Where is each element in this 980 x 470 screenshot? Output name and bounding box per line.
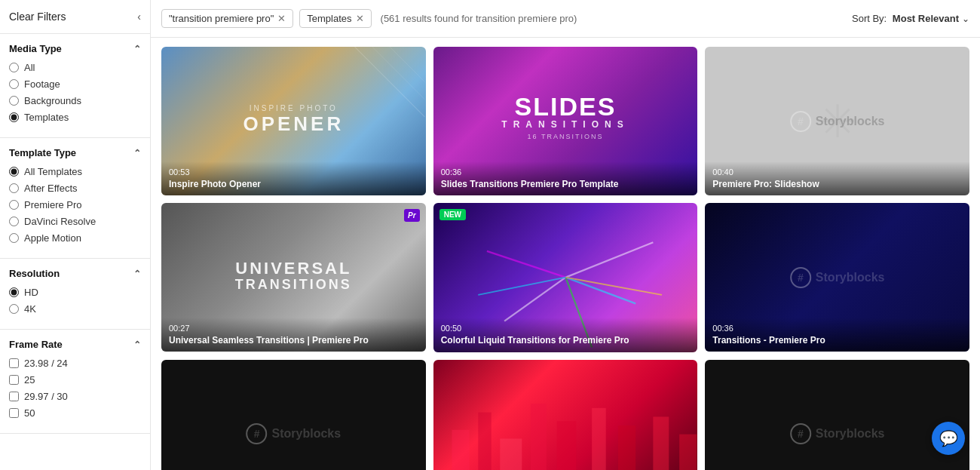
sidebar: Clear Filters ‹ Media Type ⌃ All Footage… [0, 0, 151, 470]
svg-rect-16 [618, 425, 635, 470]
sb-text: Storyblocks [272, 427, 341, 441]
media-type-label: Media Type [9, 43, 62, 54]
chat-icon: 💬 [939, 429, 958, 447]
sort-by-value: Most Relevant [890, 13, 959, 24]
template-type-all[interactable]: All Templates [9, 166, 141, 177]
filter-tag-templates-remove[interactable]: ✕ [356, 13, 364, 24]
card-title: Universal Seamless Transitions | Premier… [169, 335, 418, 347]
svg-rect-15 [592, 407, 606, 470]
template-type-premiere-pro[interactable]: Premiere Pro [9, 199, 141, 210]
svg-line-3 [565, 242, 653, 277]
svg-rect-10 [452, 429, 469, 470]
filter-tag-query[interactable]: "transition premiere pro" ✕ [161, 9, 293, 28]
card-duration: 00:40 [712, 167, 962, 177]
frame-rate-50[interactable]: 50 [9, 407, 141, 419]
template-type-section: Template Type ⌃ All Templates After Effe… [0, 138, 150, 259]
card-duration: 00:50 [441, 324, 691, 333]
main-content: "transition premiere pro" ✕ Templates ✕ … [151, 0, 980, 470]
sb-text: Storyblocks [816, 115, 885, 128]
card-duration: 00:36 [712, 324, 962, 333]
storyblocks-logo: # Storyblocks [790, 267, 885, 288]
card-duration: 00:27 [169, 324, 418, 333]
resolution-label: Resolution [9, 268, 60, 279]
svg-line-4 [565, 278, 635, 304]
card-city-neon[interactable] [433, 360, 698, 471]
sb-icon: # [790, 423, 811, 444]
resolution-4k[interactable]: 4K [9, 303, 141, 315]
resolution-hd[interactable]: HD [9, 287, 141, 298]
card-universal-transitions[interactable]: Pr UNIVERSAL TRANSITIONS 00:27 Universal… [161, 203, 426, 352]
card-title: Transitions - Premiere Pro [712, 335, 962, 347]
card-duration: 00:36 [441, 167, 691, 177]
template-type-davinci[interactable]: DaVinci Resolve [9, 216, 141, 227]
card-title: Premiere Pro: Slideshow [712, 179, 962, 191]
frame-rate-chevron: ⌃ [133, 339, 141, 350]
card-overlay: 00:53 Inspire Photo Opener [161, 161, 426, 196]
storyblocks-logo: # Storyblocks [247, 423, 341, 444]
card-placeholder-1[interactable]: # Storyblocks [161, 360, 426, 471]
media-type-templates[interactable]: Templates [9, 112, 141, 123]
results-grid-container: INSPIRE PHOTO OPENER 00:53 Inspire Photo… [151, 38, 980, 470]
svg-line-0 [355, 47, 425, 117]
svg-line-2 [390, 47, 424, 81]
city-decoration [433, 360, 698, 471]
resolution-chevron: ⌃ [133, 269, 141, 279]
sb-text: Storyblocks [816, 427, 885, 441]
svg-rect-13 [531, 404, 547, 470]
media-type-all[interactable]: All [9, 62, 141, 73]
frame-rate-29[interactable]: 29.97 / 30 [9, 391, 141, 402]
card-overlay: 00:27 Universal Seamless Transitions | P… [161, 318, 426, 352]
card-overlay: 00:36 Slides Transitions Premiere Pro Te… [433, 161, 698, 196]
filter-tag-templates[interactable]: Templates ✕ [299, 9, 371, 28]
frame-rate-header[interactable]: Frame Rate ⌃ [9, 339, 141, 350]
svg-line-1 [372, 47, 425, 100]
results-text: (561 results found for transition premie… [381, 13, 846, 24]
media-type-backgrounds[interactable]: Backgrounds [9, 95, 141, 106]
card-overlay: 00:36 Transitions - Premiere Pro [705, 318, 969, 352]
media-type-header[interactable]: Media Type ⌃ [9, 43, 141, 54]
card-title: Inspire Photo Opener [169, 179, 418, 191]
filter-tag-query-text: "transition premiere pro" [169, 13, 274, 24]
card-transitions-pp[interactable]: # Storyblocks 00:36 Transitions - Premie… [705, 203, 969, 352]
resolution-section: Resolution ⌃ HD 4K [0, 259, 150, 330]
media-type-footage[interactable]: Footage [9, 78, 141, 90]
frame-rate-section: Frame Rate ⌃ 23.98 / 24 25 29.97 / 30 50 [0, 330, 150, 434]
sort-by-control[interactable]: Sort By: Most Relevant ⌄ [852, 13, 969, 24]
results-grid: INSPIRE PHOTO OPENER 00:53 Inspire Photo… [161, 47, 969, 470]
universal-text: UNIVERSAL TRANSITIONS [235, 260, 352, 293]
header-bar: "transition premiere pro" ✕ Templates ✕ … [151, 0, 980, 38]
card-premiere-slideshow[interactable]: ✳ # Storyblocks 00:40 Premiere Pro: Slid… [705, 47, 969, 195]
frame-rate-23[interactable]: 23.98 / 24 [9, 358, 141, 369]
chat-button[interactable]: 💬 [932, 422, 965, 455]
sb-text: Storyblocks [816, 271, 885, 284]
card-colorful-liquid[interactable]: NEW 00:50 Colorful Liquid Trans [433, 203, 698, 352]
svg-rect-12 [500, 438, 522, 470]
sb-icon: # [247, 423, 268, 444]
card-overlay: 00:40 Premiere Pro: Slideshow [705, 161, 969, 196]
card-slides-transitions[interactable]: SLIDES TRANSITIONS 16 TRANSITIONS 00:36 … [433, 47, 698, 195]
card-slides-text: SLIDES TRANSITIONS 16 TRANSITIONS [501, 93, 629, 140]
resolution-header[interactable]: Resolution ⌃ [9, 268, 141, 279]
sort-by-label: Sort By: [852, 13, 887, 24]
svg-line-8 [565, 278, 662, 295]
filter-tag-query-remove[interactable]: ✕ [277, 13, 286, 24]
template-type-apple-motion[interactable]: Apple Motion [9, 232, 141, 244]
frame-rate-25[interactable]: 25 [9, 374, 141, 386]
card-placeholder-2[interactable]: # Storyblocks [705, 360, 969, 471]
svg-rect-11 [478, 412, 491, 470]
storyblocks-logo: # Storyblocks [790, 111, 885, 132]
card-overlay: 00:50 Colorful Liquid Transitions for Pr… [433, 318, 698, 352]
card-duration: 00:53 [169, 167, 418, 177]
clear-filters-button[interactable]: Clear Filters ‹ [0, 0, 150, 34]
template-type-chevron: ⌃ [133, 148, 141, 158]
clear-filters-label: Clear Filters [9, 11, 66, 23]
sb-icon: # [790, 267, 811, 288]
frame-rate-label: Frame Rate [9, 339, 63, 350]
media-type-chevron: ⌃ [133, 44, 141, 54]
template-type-header[interactable]: Template Type ⌃ [9, 147, 141, 158]
svg-rect-14 [556, 421, 576, 470]
card-inspire-photo-opener[interactable]: INSPIRE PHOTO OPENER 00:53 Inspire Photo… [161, 47, 426, 195]
media-type-section: Media Type ⌃ All Footage Backgrounds Tem… [0, 34, 150, 138]
template-type-after-effects[interactable]: After Effects [9, 183, 141, 194]
sb-icon: # [790, 111, 811, 132]
